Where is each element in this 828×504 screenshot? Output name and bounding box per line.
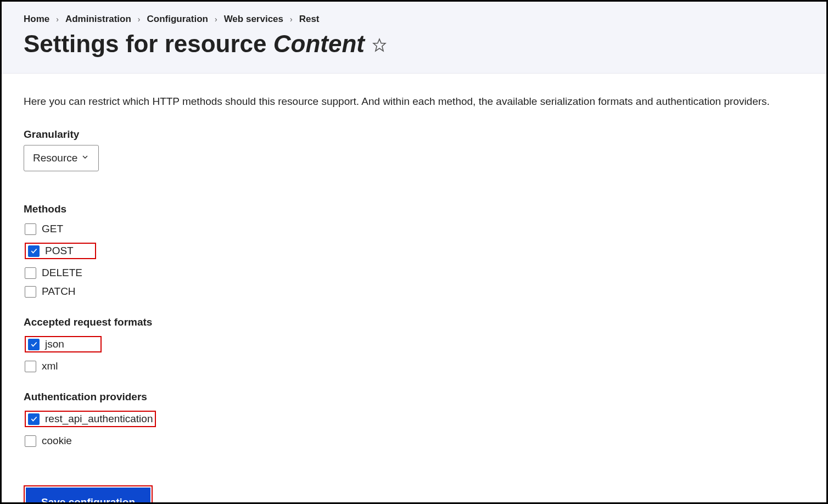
star-icon[interactable] [372, 30, 387, 58]
formats-label: Accepted request formats [24, 316, 804, 328]
content-region: Here you can restrict which HTTP methods… [2, 74, 826, 504]
methods-label: Methods [24, 203, 804, 215]
checkbox[interactable] [25, 361, 36, 372]
breadcrumb-separator: › [215, 15, 217, 24]
breadcrumb-separator: › [138, 15, 141, 24]
checkbox-row: POST [25, 243, 96, 259]
breadcrumb-separator: › [56, 15, 59, 24]
checkbox[interactable] [28, 339, 40, 350]
breadcrumb: Home›Administration›Configuration›Web se… [24, 14, 804, 25]
list-item: rest_api_authentication [24, 407, 804, 430]
list-item: cookie [24, 432, 804, 450]
granularity-value: Resource [33, 152, 77, 164]
breadcrumb-item[interactable]: Home [24, 14, 49, 25]
auth-label: Authentication providers [24, 391, 804, 403]
checkbox-label: json [45, 338, 64, 350]
checkbox-row: rest_api_authentication [25, 411, 156, 427]
chevron-down-icon [81, 152, 89, 164]
breadcrumb-separator: › [290, 15, 293, 24]
save-button[interactable]: Save configuration [26, 488, 150, 504]
granularity-group: Granularity Resource [24, 128, 804, 188]
methods-group: Methods GETPOSTDELETEPATCH [24, 203, 804, 301]
checkbox-row: json [25, 336, 102, 352]
checkbox[interactable] [25, 435, 36, 447]
checkbox[interactable] [28, 245, 40, 257]
checkbox-label: DELETE [42, 267, 82, 279]
checkbox-label: xml [42, 360, 58, 372]
list-item: POST [24, 239, 804, 262]
save-button-highlight: Save configuration [24, 485, 153, 504]
formats-group: Accepted request formats jsonxml [24, 316, 804, 376]
checkbox[interactable] [25, 223, 36, 235]
page-title-resource: Content [273, 30, 365, 57]
list-item: PATCH [24, 282, 804, 301]
list-item: xml [24, 357, 804, 376]
breadcrumb-item[interactable]: Rest [299, 14, 320, 25]
breadcrumb-item[interactable]: Administration [65, 14, 131, 25]
checkbox[interactable] [25, 267, 36, 279]
page-title-prefix: Settings for resource [24, 30, 273, 57]
list-item: json [24, 333, 804, 356]
checkbox-label: rest_api_authentication [45, 413, 153, 425]
header-region: Home›Administration›Configuration›Web se… [2, 2, 826, 74]
checkbox-label: GET [42, 223, 63, 235]
granularity-select[interactable]: Resource [24, 145, 99, 171]
intro-text: Here you can restrict which HTTP methods… [24, 96, 804, 108]
breadcrumb-item[interactable]: Web services [224, 14, 283, 25]
checkbox[interactable] [28, 413, 40, 425]
granularity-label: Granularity [24, 128, 804, 141]
auth-group: Authentication providers rest_api_authen… [24, 391, 804, 450]
list-item: DELETE [24, 264, 804, 282]
page-title: Settings for resource Content [24, 30, 804, 58]
list-item: GET [24, 220, 804, 238]
checkbox-label: PATCH [42, 285, 76, 298]
checkbox-label: cookie [42, 435, 72, 447]
svg-marker-0 [373, 39, 385, 51]
checkbox[interactable] [25, 286, 36, 298]
checkbox-label: POST [45, 245, 74, 257]
breadcrumb-item[interactable]: Configuration [147, 14, 208, 25]
